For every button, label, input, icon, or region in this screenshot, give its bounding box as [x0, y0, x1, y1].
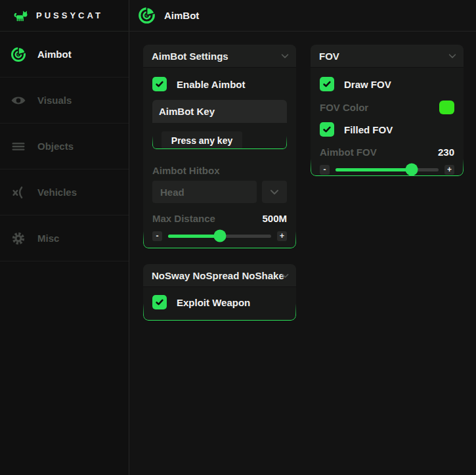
- aimbot-fov-label-row: Aimbot FOV 230: [320, 147, 454, 158]
- panel-title: FOV: [319, 51, 339, 62]
- exploit-weapon-row[interactable]: Exploit Weapon: [152, 295, 287, 309]
- max-distance-slider-row: - +: [152, 229, 287, 242]
- filled-fov-row[interactable]: Filled FOV: [320, 122, 454, 137]
- check-icon: [155, 79, 164, 89]
- chevron-down-icon: [269, 187, 280, 197]
- draw-fov-label: Draw FOV: [344, 79, 391, 90]
- chevron-down-icon: [448, 51, 457, 60]
- fov-panel: FOV Draw FOV FOV Color Filled FOV: [311, 45, 464, 176]
- sidebar-item-label: Misc: [37, 233, 59, 244]
- enable-aimbot-checkbox[interactable]: [152, 77, 167, 91]
- aimbot-hitbox-label: Aimbot Hitbox: [152, 165, 287, 176]
- page-title: AimBot: [164, 10, 199, 21]
- fov-body: Draw FOV FOV Color Filled FOV Aimbot FOV…: [311, 77, 464, 176]
- check-icon: [155, 298, 164, 307]
- fov-color-swatch[interactable]: [439, 101, 454, 114]
- check-icon: [322, 125, 332, 134]
- aimbot-settings-body: Enable Aimbot AimBot Key Press any key A…: [143, 77, 296, 242]
- sidebar-item-label: Vehicles: [37, 187, 77, 198]
- radar-icon: [11, 47, 26, 62]
- aimbot-hitbox-select-row: Head: [152, 181, 287, 203]
- chevron-down-icon: [280, 51, 290, 60]
- fov-header[interactable]: FOV: [311, 45, 464, 68]
- list-icon: [11, 139, 26, 154]
- sidebar-item-label: Visuals: [37, 95, 72, 106]
- max-distance-decrement-button[interactable]: -: [152, 231, 162, 241]
- cat-icon: [13, 8, 29, 24]
- fov-color-label: FOV Color: [320, 102, 368, 113]
- brand-area: PUSSYCAT: [0, 0, 129, 31]
- aimbot-settings-header[interactable]: AimBot Settings: [143, 45, 296, 68]
- aimbot-fov-value: 230: [438, 147, 454, 158]
- aimbot-hitbox-select[interactable]: Head: [152, 181, 257, 203]
- radar-icon: [138, 7, 156, 24]
- exploit-weapon-checkbox[interactable]: [152, 295, 167, 309]
- aimbot-fov-label: Aimbot FOV: [320, 147, 377, 158]
- exploit-weapon-label: Exploit Weapon: [177, 297, 250, 308]
- sidebar: Aimbot Visuals Objects Vehicles: [0, 32, 129, 475]
- panel-title: AimBot Settings: [152, 51, 228, 62]
- content-area: AimBot Settings Enable Aimbot AimBot Key…: [129, 32, 476, 475]
- aimbot-fov-increment-button[interactable]: +: [444, 165, 454, 175]
- sidebar-item-objects[interactable]: Objects: [0, 124, 129, 170]
- slider-fill: [335, 168, 412, 171]
- max-distance-label-row: Max Distance 500M: [152, 213, 287, 224]
- aimbot-hitbox-dropdown-button[interactable]: [262, 181, 287, 203]
- sidebar-item-vehicles[interactable]: Vehicles: [0, 170, 129, 215]
- max-distance-label: Max Distance: [152, 213, 215, 224]
- filled-fov-checkbox[interactable]: [320, 122, 334, 137]
- nosway-header[interactable]: NoSway NoSpread NoShake NoADS: [143, 264, 296, 287]
- draw-fov-checkbox[interactable]: [320, 77, 334, 91]
- aimbot-key-group: AimBot Key Press any key: [152, 100, 287, 149]
- chevron-down-icon: [281, 271, 290, 280]
- aimbot-fov-decrement-button[interactable]: -: [320, 165, 330, 175]
- nosway-body: Exploit Weapon: [143, 295, 296, 309]
- sidebar-item-visuals[interactable]: Visuals: [0, 78, 129, 124]
- max-distance-slider[interactable]: [168, 235, 271, 238]
- aimbot-key-title: AimBot Key: [159, 106, 215, 117]
- aimbot-key-header[interactable]: AimBot Key: [152, 100, 287, 123]
- nosway-panel: NoSway NoSpread NoShake NoADS Exploit We…: [143, 264, 296, 321]
- top-bar: PUSSYCAT AimBot: [0, 0, 476, 32]
- draw-fov-row[interactable]: Draw FOV: [320, 77, 454, 91]
- aimbot-fov-slider-row: - +: [320, 163, 454, 176]
- max-distance-slider-thumb[interactable]: [213, 230, 226, 242]
- sidebar-item-label: Objects: [37, 141, 74, 152]
- gear-icon: [11, 231, 26, 246]
- aimbot-fov-slider-thumb[interactable]: [406, 164, 418, 176]
- sidebar-item-misc[interactable]: Misc: [0, 215, 129, 261]
- aimbot-hitbox-value: Head: [160, 187, 184, 198]
- max-distance-value: 500M: [262, 213, 287, 224]
- brand-name: PUSSYCAT: [36, 11, 103, 20]
- sidebar-item-label: Aimbot: [37, 49, 72, 60]
- sidebar-item-aimbot[interactable]: Aimbot: [0, 32, 129, 78]
- page-header: AimBot: [129, 0, 476, 31]
- aimbot-settings-panel: AimBot Settings Enable Aimbot AimBot Key…: [143, 45, 296, 248]
- check-icon: [322, 79, 332, 89]
- enable-aimbot-label: Enable Aimbot: [177, 79, 245, 90]
- slider-fill: [168, 235, 220, 238]
- panel-title: NoSway NoSpread NoShake NoADS: [152, 270, 286, 281]
- press-any-key-button[interactable]: Press any key: [162, 131, 242, 149]
- aimbot-fov-slider[interactable]: [335, 168, 439, 171]
- max-distance-increment-button[interactable]: +: [277, 231, 287, 241]
- fov-color-row: FOV Color: [320, 100, 454, 114]
- eye-icon: [11, 93, 26, 108]
- vehicle-icon: [11, 185, 26, 200]
- enable-aimbot-row[interactable]: Enable Aimbot: [152, 77, 287, 91]
- filled-fov-label: Filled FOV: [344, 124, 393, 135]
